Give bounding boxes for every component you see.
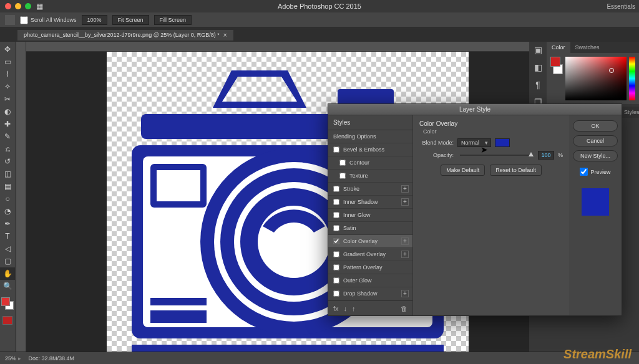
new-style-button[interactable]: New Style...: [573, 150, 618, 161]
ps-app-icon: ▦: [36, 2, 43, 11]
styles-heading[interactable]: Styles: [328, 115, 412, 130]
pattern-overlay-item[interactable]: Pattern Overlay: [328, 261, 412, 274]
outer-glow-item[interactable]: Outer Glow: [328, 274, 412, 287]
history-brush-tool[interactable]: ↺: [0, 155, 15, 168]
hand-tool-icon: [5, 15, 15, 25]
move-tool[interactable]: ✥: [0, 43, 15, 55]
move-up-icon[interactable]: ↑: [352, 305, 356, 312]
minimize-window-button[interactable]: [15, 3, 21, 9]
maximize-window-button[interactable]: [25, 3, 31, 9]
properties-panel-icon[interactable]: ◧: [532, 62, 544, 73]
workspace-switcher[interactable]: Essentials: [607, 3, 635, 10]
crop-tool[interactable]: ✂: [0, 93, 15, 105]
reset-default-button[interactable]: Reset to Default: [490, 165, 542, 176]
gradient-tool[interactable]: ▤: [0, 180, 15, 193]
texture-item[interactable]: Texture: [328, 170, 412, 183]
pattern-overlay-label: Pattern Overlay: [343, 264, 383, 271]
document-tabs: photo_camera_stencil__by_silver2012-d79r…: [0, 28, 639, 42]
bevel-emboss-item[interactable]: Bevel & Emboss: [328, 143, 412, 156]
opacity-label: Opacity:: [419, 152, 454, 158]
options-bar: Scroll All Windows 100% Fit Screen Fill …: [0, 12, 639, 28]
fill-screen-button[interactable]: Fill Screen: [154, 15, 192, 25]
color-overlay-item[interactable]: Color Overlay+: [328, 235, 412, 248]
add-drop-shadow-icon[interactable]: +: [401, 290, 409, 297]
contour-label: Contour: [349, 160, 369, 166]
scroll-all-label: Scroll All Windows: [31, 17, 77, 23]
color-field[interactable]: [565, 57, 627, 100]
character-panel-icon[interactable]: ¶: [532, 79, 544, 90]
dialog-title[interactable]: Layer Style: [328, 104, 622, 115]
contour-item[interactable]: Contour: [328, 156, 412, 170]
dodge-tool[interactable]: ◔: [0, 205, 15, 218]
magic-wand-tool[interactable]: ✧: [0, 80, 15, 93]
path-selection-tool[interactable]: ◁: [0, 242, 15, 255]
blend-mode-select[interactable]: Normal: [457, 138, 491, 147]
shape-tool[interactable]: ▢: [0, 255, 15, 267]
svg-rect-13: [150, 310, 207, 323]
zoom-100-button[interactable]: 100%: [82, 15, 107, 25]
add-color-overlay-icon[interactable]: +: [401, 237, 409, 245]
lasso-tool[interactable]: ⌇: [0, 68, 15, 80]
foreground-background-colors[interactable]: [1, 297, 14, 310]
history-panel-icon[interactable]: ▣: [532, 44, 544, 55]
svg-rect-17: [144, 114, 188, 136]
preview-checkbox[interactable]: Preview: [580, 168, 610, 176]
color-fg-bg[interactable]: [550, 57, 563, 74]
opacity-slider[interactable]: [460, 155, 532, 156]
fit-screen-button[interactable]: Fit Screen: [112, 15, 149, 25]
section-title: Color Overlay: [419, 120, 563, 127]
eraser-tool[interactable]: ◫: [0, 168, 15, 180]
dialog-buttons-pane: OK Cancel New Style... Preview: [569, 115, 622, 315]
dialog-effects-list: Styles Blending Options Bevel & Emboss C…: [328, 115, 413, 315]
overlay-color-swatch[interactable]: [495, 138, 510, 147]
make-default-button[interactable]: Make Default: [441, 165, 485, 176]
opacity-input[interactable]: 100: [538, 151, 554, 160]
blending-options-label: Blending Options: [333, 133, 376, 140]
pen-tool[interactable]: ✒: [0, 218, 15, 230]
fx-icon[interactable]: fx: [333, 305, 339, 312]
blur-tool[interactable]: ○: [0, 193, 15, 205]
blending-options-item[interactable]: Blending Options: [328, 130, 412, 143]
foreground-color-swatch[interactable]: [1, 297, 10, 306]
trash-icon[interactable]: 🗑: [401, 305, 407, 312]
app-title: Adobe Photoshop CC 2015: [278, 2, 361, 10]
move-down-icon[interactable]: ↓: [344, 305, 348, 312]
close-window-button[interactable]: [5, 3, 11, 9]
healing-brush-tool[interactable]: ✚: [0, 118, 15, 130]
fg-swatch[interactable]: [550, 57, 560, 67]
ok-button[interactable]: OK: [573, 120, 618, 132]
clone-stamp-tool[interactable]: ⎌: [0, 143, 15, 155]
status-bar: 25% Doc: 32.8M/38.4M: [0, 352, 639, 364]
eyedropper-tool[interactable]: ◐: [0, 105, 15, 118]
satin-item[interactable]: Satin: [328, 222, 412, 235]
color-tab[interactable]: Color: [547, 42, 570, 53]
zoom-level[interactable]: 25%: [5, 355, 21, 362]
inner-shadow-item[interactable]: Inner Shadow+: [328, 196, 412, 209]
titlebar: ▦ Adobe Photoshop CC 2015 Essentials: [0, 0, 639, 12]
close-tab-icon[interactable]: ×: [223, 32, 227, 39]
cancel-button[interactable]: Cancel: [573, 135, 618, 146]
marquee-tool[interactable]: ▭: [0, 55, 15, 68]
add-stroke-icon[interactable]: +: [401, 185, 409, 193]
type-tool[interactable]: T: [0, 230, 15, 242]
inner-glow-item[interactable]: Inner Glow: [328, 209, 412, 222]
slider-knob-icon[interactable]: [529, 152, 534, 156]
inner-glow-label: Inner Glow: [343, 212, 371, 218]
add-gradient-overlay-icon[interactable]: +: [401, 251, 409, 258]
stroke-item[interactable]: Stroke+: [328, 183, 412, 196]
gradient-overlay-item[interactable]: Gradient Overlay+: [328, 248, 412, 261]
scroll-all-windows-checkbox[interactable]: Scroll All Windows: [20, 16, 77, 24]
swatches-tab[interactable]: Swatches: [570, 42, 605, 53]
effects-list-footer: fx ↓ ↑ 🗑: [328, 300, 412, 315]
quick-mask-icon[interactable]: [2, 316, 12, 325]
zoom-tool[interactable]: 🔍: [0, 280, 15, 292]
brush-tool[interactable]: ✎: [0, 130, 15, 143]
document-tab-label: photo_camera_stencil__by_silver2012-d79r…: [24, 32, 220, 38]
doc-size: Doc: 32.8M/38.4M: [29, 355, 75, 362]
hue-slider[interactable]: [629, 57, 635, 100]
add-inner-shadow-icon[interactable]: +: [401, 198, 409, 206]
drop-shadow-item[interactable]: Drop Shadow+: [328, 287, 412, 300]
hand-tool[interactable]: ✋: [0, 267, 15, 280]
layer-style-dialog: Layer Style Styles Blending Options Beve…: [328, 103, 622, 316]
document-tab[interactable]: photo_camera_stencil__by_silver2012-d79r…: [17, 30, 233, 41]
